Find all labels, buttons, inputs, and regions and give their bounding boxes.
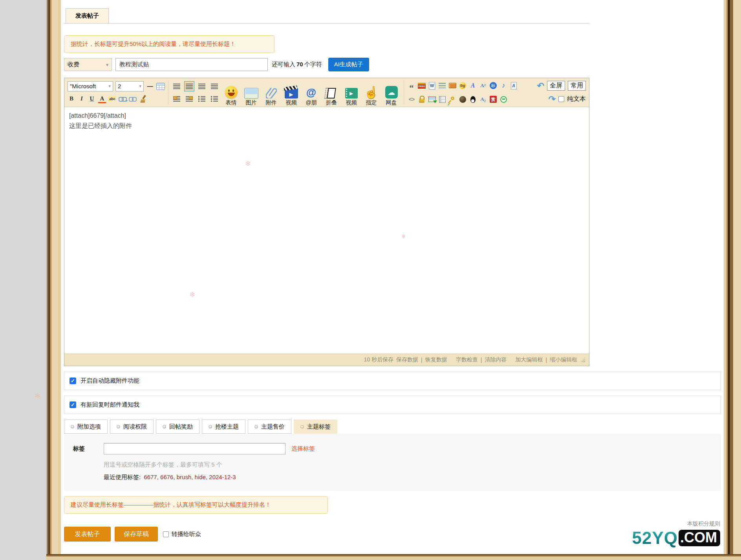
word-count-link[interactable]: 字数检查 (456, 356, 478, 363)
emote-green-icon[interactable] (499, 95, 508, 104)
insert-link-button[interactable]: + (119, 95, 126, 103)
reward-icon[interactable]: 赏 (489, 95, 498, 104)
video2-button[interactable]: ▶ 视频 (342, 84, 360, 105)
sell-key-icon[interactable] (448, 95, 457, 104)
flash-icon[interactable] (458, 95, 467, 104)
indent-icon[interactable] (438, 81, 446, 90)
font-doc-icon[interactable]: A (509, 81, 518, 90)
postbg-icon[interactable] (448, 81, 457, 90)
attachment-button[interactable]: 附件 (262, 84, 280, 105)
qq-icon[interactable] (468, 95, 477, 104)
reward-badge: 赏 (490, 96, 497, 103)
tab-label: 回帖奖励 (169, 423, 193, 430)
font-family-select[interactable]: "Microsoft ▾ (68, 81, 113, 91)
chars-remaining: 还可输入70个字符 (272, 61, 322, 68)
horizontal-rule-icon[interactable]: — (146, 82, 154, 91)
undo-icon[interactable]: ↶ (537, 82, 544, 90)
underline-button[interactable]: U (88, 95, 96, 103)
fold-button[interactable]: 折叠 (322, 84, 340, 105)
tag-hint: 用逗号或空格隔开多个标签，最多可填写 5 个 (104, 461, 721, 469)
choose-tags-link[interactable]: 选择标签 (291, 445, 315, 452)
radio-bullet-icon (254, 425, 258, 429)
label-tag-icon[interactable]: 标 (489, 81, 498, 90)
word-paste-icon[interactable]: W (428, 81, 436, 90)
editor-content[interactable]: [attach]6679[/attach] 这里是已经插入的附件 ❄ ❄ ❄ (64, 107, 589, 354)
quote-icon[interactable]: “ (407, 81, 416, 90)
tab-topic-price[interactable]: 主题售价 (248, 420, 291, 434)
tab-extra-options[interactable]: 附加选项 (64, 420, 108, 434)
code-icon[interactable]: <> (407, 95, 416, 104)
font-color-button[interactable]: A (98, 95, 106, 103)
list-box-icon (439, 96, 446, 103)
password-icon[interactable] (417, 95, 426, 104)
redo-icon[interactable]: ↷ (549, 95, 556, 104)
plaintext-checkbox[interactable] (558, 96, 564, 102)
free-tag-icon[interactable]: FREE (417, 81, 426, 90)
save-data-link[interactable]: 保存数据 (396, 356, 418, 363)
font-size-select[interactable]: 2 ▾ (115, 81, 144, 91)
shrink-editor-link[interactable]: 缩小编辑框 (550, 356, 577, 363)
enlarge-editor-link[interactable]: 加大编辑框 (515, 356, 543, 363)
subscript-icon[interactable]: A₂ (479, 95, 487, 104)
spellcheck-icon[interactable]: abc (108, 95, 116, 103)
recent-tags-values[interactable]: 6677, 6676, brush, hide, 2024-12-3 (144, 474, 236, 480)
counter-number: 70 (296, 61, 303, 67)
fullscreen-button[interactable]: 全屏 (547, 81, 565, 91)
tab-reply-reward[interactable]: 回帖奖励 (156, 420, 199, 434)
broadcast-checkbox[interactable] (163, 531, 169, 537)
remove-link-button[interactable] (129, 95, 137, 103)
unordered-list-button[interactable] (209, 94, 220, 104)
mention-friend-button[interactable]: @ @朋 (302, 84, 320, 105)
table-icon[interactable] (156, 82, 165, 91)
post-title-input[interactable] (115, 58, 268, 71)
italic-button[interactable]: I (78, 95, 86, 103)
editor-line: 这里是已经插入的附件 (69, 121, 584, 131)
background-icon[interactable]: Bg (458, 81, 467, 90)
cloud-drive-button[interactable]: ☁ 网盘 (382, 84, 401, 105)
tab-new-post[interactable]: 发表帖子 (66, 8, 109, 23)
auto-hide-checkbox[interactable]: ✓ (70, 378, 76, 384)
submit-post-button[interactable]: 发表帖子 (64, 527, 111, 542)
bold-button[interactable]: B (68, 95, 75, 103)
page-frame-left (46, 0, 62, 560)
align-justify-button[interactable] (209, 81, 220, 91)
tab-label: 附加选项 (77, 423, 101, 430)
restore-data-link[interactable]: 恢复数据 (425, 356, 447, 363)
chevron-down-icon: ▾ (139, 84, 141, 89)
notice-text: 建议尽量使用长标签—————据统计，认真填写标签可以大幅度提升排名！ (71, 501, 271, 508)
superscript-icon[interactable]: A² (479, 81, 487, 90)
clear-content-link[interactable]: 清除内容 (485, 356, 507, 363)
editor: "Microsoft ▾ 2 ▾ — B I U A abc + (64, 78, 589, 366)
emoticon-label: 表情 (226, 100, 237, 105)
align-left-button[interactable] (172, 81, 182, 91)
align-right-button[interactable] (197, 81, 207, 91)
insert-image-icon[interactable] (428, 95, 436, 104)
emoticon-button[interactable]: 表情 (222, 84, 240, 105)
music-icon[interactable]: ♪ (499, 81, 508, 90)
email-notify-checkbox[interactable]: ✓ (70, 401, 76, 408)
separator: | (481, 357, 482, 363)
tag-input[interactable] (104, 443, 285, 454)
cloud-drive-label: 网盘 (386, 100, 397, 105)
image-button[interactable]: 图片 (242, 84, 260, 105)
ordered-list-button[interactable] (197, 94, 207, 104)
common-mode-button[interactable]: 常用 (568, 81, 586, 91)
tab-topic-tags[interactable]: 主题标签 (294, 420, 337, 434)
image-float-right-button[interactable] (184, 94, 194, 104)
align-center-button[interactable] (184, 81, 194, 91)
point-user-button[interactable]: ☝ 指定 (362, 84, 381, 105)
image-float-left-button[interactable] (172, 94, 182, 104)
video-button[interactable]: ▶ 视频 (282, 84, 300, 105)
chevron-down-icon: ▾ (106, 62, 108, 67)
font-style-icon[interactable]: A (468, 81, 477, 90)
credit-rules-link[interactable]: 本版积分规则 (687, 520, 720, 527)
tab-floor-topic[interactable]: 抢楼主题 (202, 420, 245, 434)
tab-read-permission[interactable]: 阅读权限 (110, 420, 154, 434)
snowflake-decoration: ❄ (35, 392, 40, 400)
resize-grip[interactable] (580, 358, 585, 362)
save-draft-button[interactable]: 保存草稿 (115, 527, 158, 542)
ai-generate-button[interactable]: AI生成帖子 (328, 58, 369, 71)
table-list-icon[interactable] (438, 95, 446, 104)
clear-format-button[interactable] (139, 95, 147, 103)
category-select[interactable]: 收费 ▾ (64, 58, 112, 71)
